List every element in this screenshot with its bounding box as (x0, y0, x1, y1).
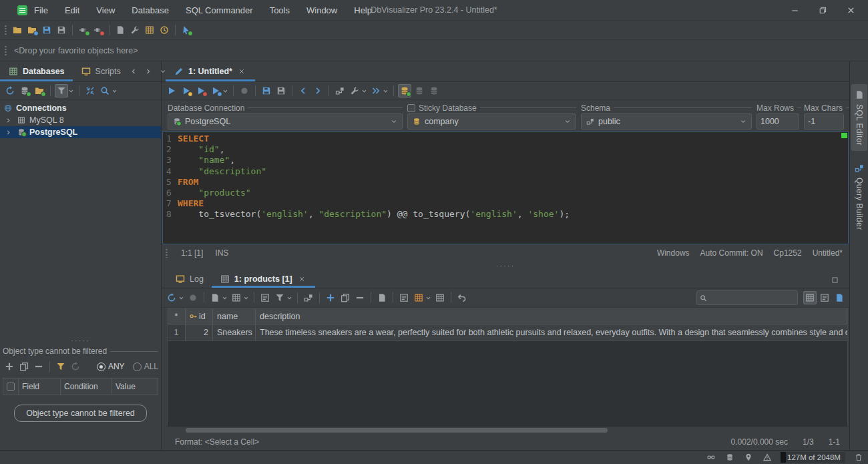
row-number-cell[interactable]: 1 (168, 324, 186, 340)
tab-scroll-right-icon[interactable] (144, 67, 153, 76)
garbage-collect-icon[interactable] (853, 452, 864, 463)
grid-corner-header[interactable]: * (168, 308, 186, 324)
duplicate-row-icon[interactable] (339, 291, 352, 304)
grid-columns-icon[interactable] (230, 291, 243, 304)
insert-mode-indicator[interactable]: INS (215, 248, 228, 258)
menu-sql-commander[interactable]: SQL Commander (186, 5, 253, 15)
radio-any[interactable]: ANY (97, 362, 125, 371)
auto-commit-indicator[interactable]: Auto Commit: ON (700, 248, 763, 258)
save-editor-icon[interactable] (260, 84, 273, 97)
grid-mode-icon[interactable] (803, 291, 817, 304)
stop-execution-icon[interactable] (238, 84, 251, 97)
max-rows-input[interactable]: 1000 (756, 113, 799, 130)
collapse-all-icon[interactable] (83, 84, 97, 97)
dropdown-chevron-icon[interactable] (242, 291, 250, 304)
filter-col-condition[interactable]: Condition (61, 379, 112, 395)
scrollbar-thumb[interactable] (186, 428, 608, 433)
reload-grid-icon[interactable] (165, 291, 178, 304)
compare-cells-icon[interactable] (397, 291, 411, 304)
text-mode-icon[interactable] (818, 291, 831, 304)
task-scheduler-icon[interactable] (158, 23, 171, 37)
copy-filter-icon[interactable] (17, 360, 31, 373)
sidebar-splitter[interactable] (0, 336, 161, 344)
execute-explain-icon[interactable] (209, 84, 222, 97)
memory-indicator[interactable]: 127M of 2048M (781, 452, 845, 463)
filter-col-value[interactable]: Value (112, 379, 158, 395)
undo-edits-icon[interactable] (455, 291, 469, 304)
calculate-icon[interactable] (258, 291, 272, 304)
dropdown-chevron-icon[interactable] (360, 84, 368, 97)
table-data-tool-icon[interactable] (143, 23, 156, 37)
sql-code-editor[interactable]: 1SELECT2 "id",3 "name",4 "description"5F… (162, 132, 849, 244)
history-back-icon[interactable] (296, 84, 310, 97)
grid-col-id[interactable]: id (186, 308, 213, 324)
restore-icon[interactable] (816, 3, 829, 17)
grid-horizontal-scrollbar[interactable] (167, 426, 848, 434)
save-grid-edits-icon[interactable] (833, 291, 846, 304)
dropdown-chevron-icon[interactable] (381, 84, 389, 97)
toolbar-grip[interactable] (4, 25, 7, 35)
driver-manager-icon[interactable] (128, 23, 142, 37)
maximize-panel-icon[interactable] (828, 273, 841, 286)
database-connection-select[interactable]: PostgreSQL (168, 113, 403, 130)
filter-objects-icon[interactable] (55, 84, 68, 97)
script-selection-icon[interactable] (375, 291, 389, 304)
tree-item-mysql[interactable]: MySQL 8 (0, 114, 161, 126)
max-chars-input[interactable]: -1 (804, 113, 844, 130)
filter-grid-icon[interactable] (273, 291, 286, 304)
delete-row-icon[interactable] (353, 291, 367, 304)
minimize-icon[interactable] (788, 3, 801, 17)
favorites-bar[interactable]: <Drop your favorite objects here> (0, 40, 868, 61)
cell-description[interactable]: These timeless sneakers are a wear, perf… (256, 324, 847, 340)
pin-icon[interactable] (743, 452, 754, 463)
filter-col-field[interactable]: Field (19, 379, 61, 395)
compare-grids-icon[interactable] (433, 291, 447, 304)
menu-help[interactable]: Help (354, 5, 372, 15)
export-grid-icon[interactable] (208, 291, 222, 304)
tab-sql-editor-side[interactable]: SQL Editor (851, 84, 867, 151)
apply-filter-icon[interactable] (54, 360, 67, 373)
refresh-tree-icon[interactable] (3, 84, 17, 97)
goto-next-statement-icon[interactable] (369, 84, 383, 97)
connections-status-icon[interactable] (706, 452, 716, 463)
tab-log[interactable]: Log (167, 270, 212, 288)
tab-query-builder-side[interactable]: Query Builder (851, 158, 867, 236)
commit-icon[interactable] (413, 84, 426, 97)
tab-products-grid[interactable]: 1: products [1] (212, 270, 315, 288)
save-icon[interactable] (40, 23, 53, 37)
dropdown-chevron-icon[interactable] (424, 291, 432, 304)
line-separator-indicator[interactable]: Windows (657, 248, 690, 258)
dropdown-chevron-icon[interactable] (67, 84, 75, 97)
menu-window[interactable]: Window (306, 5, 337, 15)
favorites-grip[interactable] (4, 45, 7, 56)
menu-view[interactable]: View (96, 5, 115, 15)
filter-disabled-button[interactable]: Object type cannot be filtered (14, 405, 147, 422)
tab-scroll-left-icon[interactable] (129, 67, 138, 76)
sticky-database-checkbox[interactable] (407, 104, 415, 112)
close-tab-icon[interactable] (236, 66, 247, 77)
menu-file[interactable]: File (34, 5, 48, 15)
dropdown-chevron-icon[interactable] (220, 291, 228, 304)
stop-grid-load-icon[interactable] (186, 291, 200, 304)
menu-tools[interactable]: Tools (270, 5, 290, 15)
tree-item-postgresql[interactable]: PostgreSQL (0, 126, 161, 138)
status-grip[interactable] (165, 248, 168, 258)
open-connection-file-icon[interactable] (25, 23, 39, 37)
encoding-indicator[interactable]: Cp1252 (774, 248, 802, 258)
menu-database[interactable]: Database (132, 5, 169, 15)
refresh-filter-icon[interactable] (69, 360, 82, 373)
dropdown-chevron-icon[interactable] (285, 291, 293, 304)
connect-icon[interactable] (77, 23, 90, 37)
save-as-icon[interactable] (55, 23, 68, 37)
save-editor-as-icon[interactable] (274, 84, 288, 97)
cell-name[interactable]: Sneakers (213, 324, 256, 340)
close-tab-icon[interactable] (296, 274, 307, 284)
pointer-add-icon[interactable] (180, 23, 193, 37)
add-filter-icon[interactable] (3, 360, 16, 373)
close-icon[interactable] (844, 3, 857, 17)
grid-col-name[interactable]: name (213, 308, 256, 324)
menu-edit[interactable]: Edit (65, 5, 79, 15)
execute-current-icon[interactable] (180, 84, 193, 97)
database-document-icon[interactable] (114, 23, 127, 37)
schema-select[interactable]: public (581, 113, 752, 130)
